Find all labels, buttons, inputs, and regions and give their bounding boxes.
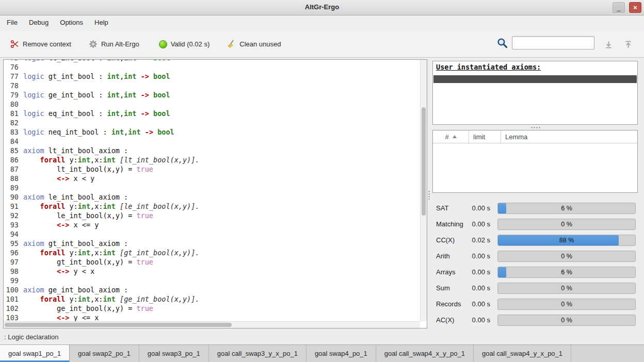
tab-goal-swap2-po-1[interactable]: goal swap2_po_1	[70, 345, 139, 362]
tab-goal-call-swap4-y-x-po-1[interactable]: goal call_swap4_y_x_po_1	[474, 345, 571, 362]
menu-file[interactable]: File	[1, 15, 23, 31]
search-group	[497, 36, 594, 50]
code-line: 76	[4, 62, 420, 72]
progress-percent-label: 0 %	[498, 219, 635, 229]
code-line: 84	[4, 137, 420, 146]
horizontal-pane-handle[interactable]	[530, 126, 541, 129]
stat-label: Matching	[432, 220, 465, 228]
code-text: <-> y < x	[23, 267, 94, 276]
code-line: 88 <-> x < y	[4, 174, 420, 183]
line-number: 94	[4, 229, 23, 239]
vertical-pane-handle[interactable]	[428, 190, 430, 200]
menu-options[interactable]: Options	[54, 15, 89, 31]
line-number: 102	[4, 304, 23, 313]
status-bar-text: : Logic declaration	[4, 333, 59, 341]
code-text: forall y:int,x:int [gt_int_bool(x,y)].	[23, 248, 199, 257]
goal-tabbar: goal swap1_po_1goal swap2_po_1goal swap3…	[0, 344, 644, 362]
remove-context-button[interactable]: Remove context	[6, 37, 75, 52]
code-line: 90axiom le_int_bool_axiom :	[4, 192, 420, 202]
search-input[interactable]	[512, 36, 594, 50]
horizontal-scrollbar-thumb[interactable]	[5, 323, 232, 327]
code-text: lt_int_bool(x,y) = true	[23, 164, 153, 174]
code-line: 94	[4, 229, 420, 239]
vertical-scrollbar-thumb[interactable]	[422, 107, 426, 216]
user-axioms-panel[interactable]: User instantiated axioms:	[432, 61, 638, 125]
menu-help[interactable]: Help	[89, 15, 114, 31]
column-header-num[interactable]: #	[433, 130, 469, 143]
down-arrow-icon	[604, 40, 613, 49]
code-line: 97 gt_int_bool(x,y) = true	[4, 257, 420, 267]
run-alt-ergo-button[interactable]: Run Alt-Ergo	[85, 37, 143, 52]
stat-time: 0.02 s	[465, 236, 490, 244]
code-line: 98 <-> y < x	[4, 267, 420, 276]
menubar: FileDebugOptionsHelp	[0, 15, 644, 31]
line-number: 100	[4, 285, 23, 294]
code-line: 101 forall y:int,x:int [ge_int_bool(x,y)…	[4, 294, 420, 304]
clean-unused-button[interactable]: Clean unused	[223, 37, 285, 52]
line-number: 101	[4, 294, 23, 304]
minimize-button[interactable]: _	[613, 2, 625, 13]
line-number: 91	[4, 202, 23, 211]
code-line: 96 forall y:int,x:int [gt_int_bool(x,y)]…	[4, 248, 420, 257]
line-number: 99	[4, 276, 23, 285]
scissors-icon	[10, 40, 19, 48]
code-text: axiom gt_int_bool_axiom :	[23, 239, 128, 248]
progress-bar: 6 %	[497, 267, 636, 278]
selected-axiom-row[interactable]	[433, 75, 637, 83]
progress-bar: 0 %	[497, 315, 636, 326]
code-line: 77logic gt_int_bool : int,int -> bool	[4, 72, 420, 81]
line-number: 103	[4, 313, 23, 321]
tab-goal-swap1-po-1[interactable]: goal swap1_po_1	[0, 345, 70, 362]
result-status: Valid (0.02 s)	[155, 37, 214, 52]
code-line: 99	[4, 276, 420, 285]
code-line: 100axiom ge_int_bool_axiom :	[4, 285, 420, 294]
tab-goal-swap4-po-1[interactable]: goal swap4_po_1	[307, 345, 376, 362]
code-line: 82	[4, 118, 420, 127]
line-number: 98	[4, 267, 23, 276]
code-text: <-> x <= y	[23, 220, 99, 229]
progress-bar: 88 %	[497, 235, 636, 246]
titlebar[interactable]: AltGr-Ergo _ ×	[0, 0, 644, 15]
stat-row-arrays: Arrays0.00 s6 %	[432, 264, 638, 280]
code-line: 92 le_int_bool(x,y) = true	[4, 211, 420, 220]
stat-row-matching: Matching0.00 s0 %	[432, 216, 638, 232]
progress-bar: 0 %	[497, 283, 636, 294]
code-line: 78	[4, 81, 420, 90]
close-button[interactable]: ×	[629, 2, 641, 13]
stat-label: Arrays	[432, 268, 465, 276]
progress-percent-label: 6 %	[498, 203, 635, 213]
up-arrow-button[interactable]	[621, 38, 635, 51]
editor-horizontal-scrollbar[interactable]	[4, 321, 420, 328]
column-header-limit[interactable]: limit	[469, 130, 501, 143]
column-header-lemma[interactable]: Lemma	[501, 130, 637, 143]
down-arrow-button[interactable]	[602, 38, 615, 51]
code-text: ge_int_bool(x,y) = true	[23, 304, 153, 313]
stat-row-ac-x: AC(X)0.00 s0 %	[432, 312, 638, 328]
line-number: 97	[4, 257, 23, 267]
caret-up-icon	[453, 135, 457, 138]
tab-goal-swap3-po-1[interactable]: goal swap3_po_1	[139, 345, 209, 362]
source-editor[interactable]: 75logic lt_int_bool : int,int -> bool767…	[3, 59, 427, 328]
stat-label: Arith	[432, 252, 465, 260]
line-number: 82	[4, 118, 23, 127]
solver-statistics: SAT0.00 s6 %Matching0.00 s0 %CC(X)0.02 s…	[432, 200, 638, 328]
line-number: 90	[4, 192, 23, 202]
line-number: 80	[4, 100, 23, 109]
stat-row-arith: Arith0.00 s0 %	[432, 248, 638, 264]
tab-goal-call-swap4-x-y-po-1[interactable]: goal call_swap4_x_y_po_1	[376, 345, 474, 362]
stat-time: 0.00 s	[465, 268, 490, 276]
menu-debug[interactable]: Debug	[23, 15, 54, 31]
stat-time: 0.00 s	[465, 284, 490, 292]
stat-label: AC(X)	[432, 316, 465, 324]
progress-bar: 0 %	[497, 219, 636, 230]
tab-goal-call-swap3-y-x-po-1[interactable]: goal call_swap3_y_x_po_1	[209, 345, 307, 362]
editor-vertical-scrollbar[interactable]	[420, 60, 427, 321]
remove-context-label: Remove context	[23, 40, 71, 48]
code-line: 85axiom lt_int_bool_axiom :	[4, 146, 420, 155]
code-text: <-> x < y	[23, 174, 94, 183]
user-axioms-title: User instantiated axioms:	[436, 63, 541, 71]
code-line: 89	[4, 183, 420, 192]
stat-time: 0.00 s	[465, 316, 490, 324]
lemma-table[interactable]: #limitLemma	[432, 130, 638, 193]
stat-label: Records	[432, 300, 465, 308]
